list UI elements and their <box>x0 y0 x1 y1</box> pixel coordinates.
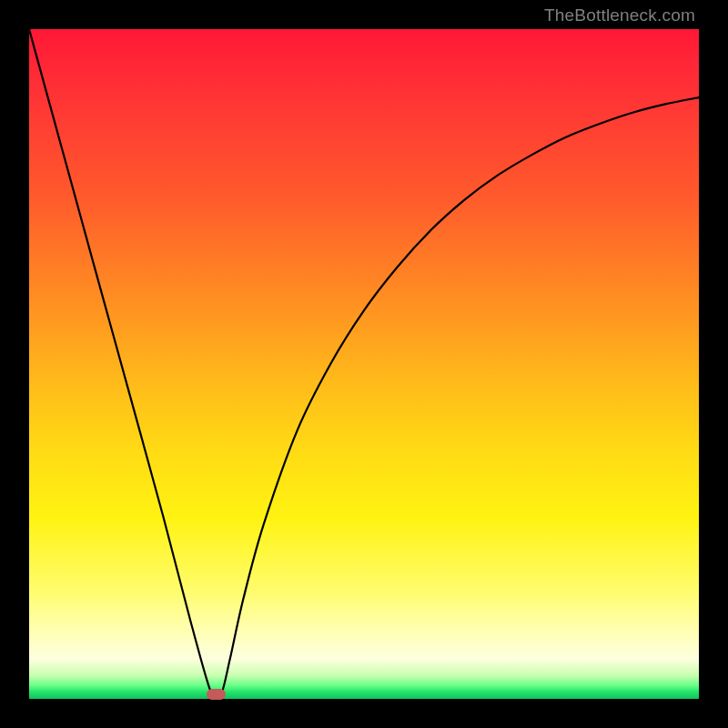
bottleneck-curve <box>29 29 699 697</box>
watermark-text: TheBottleneck.com <box>544 5 695 25</box>
chart-frame: TheBottleneck.com <box>0 0 728 728</box>
curve-svg <box>29 29 699 699</box>
min-marker <box>207 689 226 700</box>
plot-area <box>29 29 699 699</box>
